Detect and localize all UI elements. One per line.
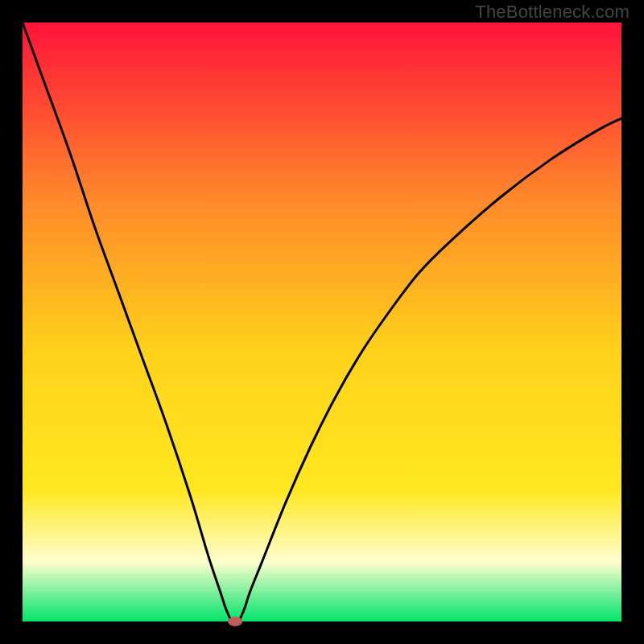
- chart-svg: [0, 0, 644, 644]
- watermark-text: TheBottleneck.com: [475, 2, 630, 23]
- plot-background: [23, 23, 621, 621]
- chart-container: { "watermark": "TheBottleneck.com", "col…: [0, 0, 644, 644]
- minimum-marker: [228, 617, 242, 626]
